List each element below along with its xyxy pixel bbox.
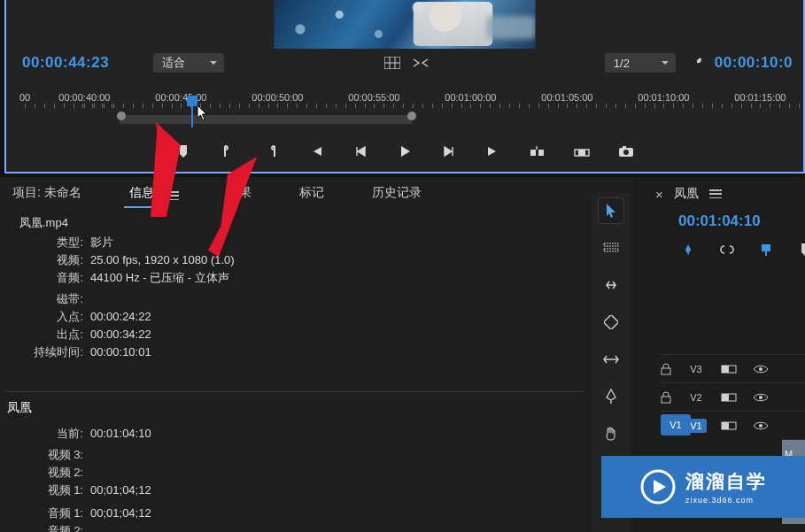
svg-rect-4 [530,150,536,156]
mark-out-button[interactable] [262,142,282,161]
lock-icon[interactable] [661,363,673,375]
tab-history[interactable]: 历史记录 [372,185,422,206]
add-marker-button[interactable] [174,142,193,161]
clip-in: 00:00:24:22 [90,308,151,326]
linked-selection-icon[interactable] [717,241,737,258]
eye-icon[interactable] [751,419,770,433]
panel-tabs: 项目: 未命名 信息 效果 标记 历史记录 [12,182,584,209]
timeline-marker-icon[interactable] [795,241,805,258]
go-to-out-button[interactable] [484,142,503,161]
track-row-v3[interactable]: V3 [661,354,805,382]
sequence-name: 凤凰 [7,400,575,416]
ruler-label: 00:00:45:00 [155,92,206,103]
eye-icon[interactable] [751,362,770,376]
timeline-display-tools [678,241,805,258]
panel-menu-icon[interactable] [166,191,179,200]
trim-icon[interactable] [412,54,430,72]
wrench-icon[interactable] [688,54,706,72]
clip-info-block: 凤凰.mp4 类型:影片 视频:25.00 fps, 1920 x 1080 (… [19,214,575,361]
timeline-timecode[interactable]: 00:01:04:10 [678,212,761,230]
tab-info[interactable]: 信息 [129,185,154,206]
svg-rect-21 [722,394,729,401]
timeline-menu-icon[interactable] [709,189,722,198]
info-divider [5,391,584,392]
track-row-v2[interactable]: V2 [661,382,805,411]
transport-bar [6,138,803,165]
close-timeline-tab[interactable]: × [655,187,663,202]
insert-button[interactable] [528,142,547,161]
play-badge-icon [639,468,677,505]
toggle-output-icon[interactable] [719,362,739,376]
playhead-timecode[interactable]: 00:00:44:23 [22,54,109,72]
add-marker-timeline-icon[interactable] [756,241,776,258]
razor-tool[interactable] [599,310,623,335]
settings-grid-icon[interactable] [383,54,401,72]
ruler-label: 00:00:50:00 [252,92,303,103]
preview-frame [275,0,536,49]
seq-current: 00:01:04:10 [90,425,151,443]
ruler-label: 00:01:05:00 [541,92,592,103]
ruler-label: 00:00:55:00 [348,92,399,103]
tab-markers[interactable]: 标记 [299,185,324,206]
timeline-tab-name[interactable]: 凤凰 [674,186,699,202]
play-button[interactable] [395,142,414,161]
time-ruler[interactable]: 0000:00:40:0000:00:45:0000:00:50:0000:00… [15,89,803,133]
go-to-in-button[interactable] [306,142,326,161]
source-patch-v1[interactable]: V1 [661,414,691,436]
step-forward-button[interactable] [439,142,459,161]
range-start-handle[interactable] [117,112,126,120]
svg-rect-14 [762,244,770,251]
svg-point-10 [623,150,629,155]
ruler-label: 00:01:15:00 [734,92,786,103]
step-back-button[interactable] [351,142,370,161]
duration-timecode[interactable]: 00:00:10:0 [715,54,793,72]
resolution-dropdown[interactable]: 1/2 [605,53,676,73]
clip-audio: 44100 Hz - 已压缩 - 立体声 [90,269,229,287]
eye-icon[interactable] [751,390,770,405]
tab-effects[interactable]: 效果 [227,185,252,206]
toggle-output-icon[interactable] [719,419,739,433]
seq-v1: 00;01;04;12 [90,482,151,499]
watermark-badge: 溜溜自学 zixue.3d66.com [601,456,805,518]
lock-icon[interactable] [661,391,673,404]
sequence-info-block: 凤凰 当前:00:01:04:10 视频 3: 视频 2: 视频 1:00;01… [5,400,575,532]
svg-rect-25 [722,422,729,429]
timeline-tab-header: × 凤凰 [655,186,722,202]
slip-tool[interactable] [599,347,623,372]
playhead[interactable] [187,96,197,127]
svg-point-18 [759,367,762,371]
play-range-bar[interactable] [120,115,412,124]
clip-out: 00:00:34:22 [90,326,151,343]
pen-tool[interactable] [599,384,623,409]
track-select-tool[interactable] [599,235,623,260]
ruler-label: 00:01:00:00 [445,92,496,103]
range-end-handle[interactable] [407,112,416,120]
ripple-tool[interactable] [599,273,623,297]
selection-tool[interactable] [599,198,623,223]
svg-rect-17 [722,366,729,373]
svg-rect-5 [538,150,544,156]
tab-project[interactable]: 项目: 未命名 [12,185,81,206]
svg-point-22 [759,396,762,399]
svg-rect-9 [623,146,626,149]
ruler-label: 00 [19,92,30,103]
clip-video: 25.00 fps, 1920 x 1080 (1.0) [90,251,235,269]
ruler-label: 00:00:40:00 [58,92,110,103]
snap-icon[interactable] [678,241,698,258]
clip-filename: 凤凰.mp4 [19,214,575,232]
clip-dur: 00:00:10:01 [90,343,151,361]
source-monitor: 00:00:44:23 适合 1/2 00:00:10:0 0000:00:40… [4,0,805,173]
zoom-dropdown[interactable]: 适合 [153,53,224,73]
export-frame-button[interactable] [616,142,636,161]
source-patch-column: V1 [661,411,691,439]
hand-tool[interactable] [599,421,623,446]
mark-in-button[interactable] [218,142,237,161]
svg-point-26 [759,424,762,428]
clip-type: 影片 [90,234,113,251]
toggle-output-icon[interactable] [719,390,739,405]
svg-rect-7 [578,150,585,156]
seq-a1: 00;01;04;12 [90,505,151,522]
svg-rect-13 [604,315,618,329]
overwrite-button[interactable] [572,142,592,161]
ruler-label: 00:01:10:00 [638,92,689,103]
